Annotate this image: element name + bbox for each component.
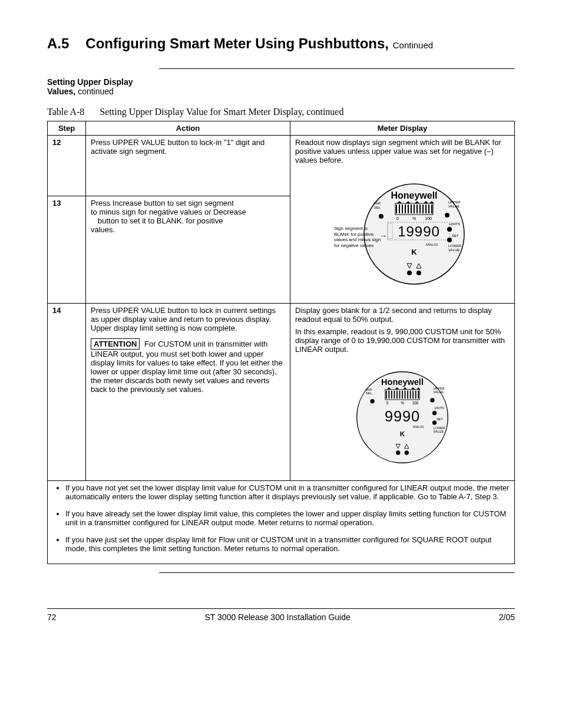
footer-date: 2/05 (499, 612, 515, 622)
meter-diagram: Sign segment is BLANK for positive value… (338, 169, 467, 299)
svg-text:0: 0 (396, 216, 399, 220)
svg-text:%: % (412, 216, 416, 220)
meter-text: Readout now displays sign segment which … (295, 138, 510, 164)
svg-text:%: % (401, 401, 404, 405)
svg-point-34 (379, 214, 384, 219)
note-item: If you have just set the upper display l… (65, 535, 510, 553)
rule-bottom (159, 572, 515, 573)
table-caption-text: Setting Upper Display Value for Smart Me… (100, 107, 343, 117)
subheading-line2: Values, continued (47, 87, 114, 96)
page-title: A.5Configuring Smart Meter Using Pushbut… (47, 35, 515, 52)
section-number: A.5 (47, 35, 69, 51)
table-caption: Table A-8Setting Upper Display Value for… (47, 107, 515, 117)
title-continued: Continued (393, 40, 433, 50)
svg-text:SET: SET (452, 234, 459, 238)
svg-point-74 (370, 399, 374, 403)
svg-text:ANALOG: ANALOG (413, 426, 424, 429)
note-item: If you have not yet set the lower displa… (65, 483, 510, 501)
svg-text:LOWERVALUE: LOWERVALUE (434, 426, 445, 433)
header-step: Step (48, 121, 86, 136)
subheading: Setting Upper Display Values, continued (47, 77, 515, 96)
meter-text: In this example, readout is 9, 990,000 C… (295, 327, 510, 354)
subheading-line1: Setting Upper Display (47, 77, 515, 87)
meter-display-cell: Display goes blank for a 1/2 second and … (290, 304, 515, 481)
page-number: 72 (47, 612, 57, 622)
svg-text:SET: SET (437, 417, 443, 421)
svg-text:100: 100 (425, 216, 432, 220)
svg-point-36 (447, 227, 452, 232)
action-cell: Press Increase button to set sign segmen… (86, 196, 290, 303)
footer-title: ST 3000 Release 300 Installation Guide (205, 612, 351, 622)
page-footer: 72 ST 3000 Release 300 Installation Guid… (47, 608, 515, 622)
svg-text:UNITS: UNITS (435, 406, 445, 410)
svg-text:19990: 19990 (398, 223, 440, 239)
action-cell: Press UPPER VALUE button to lock in curr… (86, 304, 290, 481)
procedure-table: Step Action Meter Display 12 Press UPPER… (47, 121, 515, 564)
svg-point-76 (432, 411, 437, 415)
svg-text:VARSEL: VARSEL (365, 388, 372, 395)
svg-text:UNITS: UNITS (449, 222, 460, 226)
svg-text:VARSEL: VARSEL (373, 202, 381, 209)
svg-point-75 (430, 398, 434, 402)
step-number: 12 (48, 136, 86, 196)
svg-point-80 (396, 450, 400, 454)
svg-text:K: K (400, 430, 405, 438)
svg-text:9990: 9990 (385, 408, 420, 424)
step-number: 13 (48, 196, 86, 303)
svg-point-37 (447, 238, 452, 242)
svg-text:ANALOG: ANALOG (426, 243, 438, 246)
arrow-icon: → (380, 232, 387, 240)
svg-text:UPPERVALUE: UPPERVALUE (434, 387, 445, 394)
meter-diagram: Honeywell (343, 358, 461, 476)
table-row: 12 Press UPPER VALUE button to lock-in "… (48, 136, 515, 196)
action-cell: Press UPPER VALUE button to lock-in "1" … (86, 136, 290, 196)
table-row: If you have not yet set the lower displa… (48, 481, 515, 564)
svg-text:K: K (411, 248, 417, 256)
notes-cell: If you have not yet set the lower displa… (48, 481, 515, 564)
svg-text:Honeywell: Honeywell (391, 190, 437, 200)
svg-text:Honeywell: Honeywell (381, 377, 424, 387)
svg-point-35 (445, 213, 449, 218)
note-item: If you have already set the lower displa… (65, 509, 510, 527)
svg-text:UPPERVALUE: UPPERVALUE (448, 200, 461, 208)
meter-text: Display goes blank for a 1/2 second and … (295, 306, 510, 324)
step-number: 14 (48, 304, 86, 481)
attention-label: ATTENTION (91, 338, 140, 350)
svg-point-77 (432, 420, 437, 424)
table-row: 14 Press UPPER VALUE button to lock in c… (48, 304, 515, 481)
rule-top (159, 68, 515, 69)
svg-point-40 (407, 271, 412, 275)
title-text: Configuring Smart Meter Using Pushbutton… (85, 35, 389, 51)
svg-text:100: 100 (412, 401, 419, 405)
header-action: Action (86, 121, 290, 136)
side-note: Sign segment is BLANK for positive value… (334, 226, 382, 248)
table-number: Table A-8 (47, 107, 84, 117)
meter-display-cell: Readout now displays sign segment which … (290, 136, 515, 304)
svg-text:0: 0 (386, 401, 389, 405)
svg-point-41 (416, 271, 421, 275)
svg-point-81 (405, 450, 409, 454)
header-meter: Meter Display (290, 121, 515, 136)
